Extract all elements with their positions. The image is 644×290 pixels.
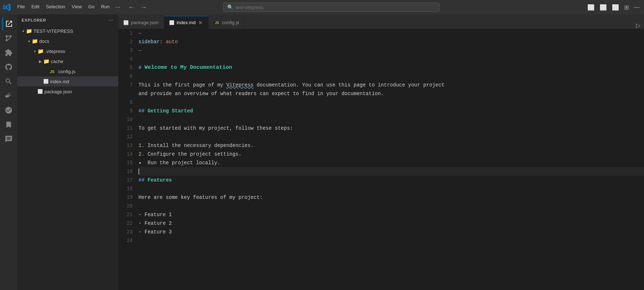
menu-selection[interactable]: Selection xyxy=(43,3,68,12)
sidebar-header: EXPLORER ··· xyxy=(17,14,118,26)
code-line-14: 2. Configure the project settings. xyxy=(138,150,644,159)
nav-forward-button[interactable]: → xyxy=(138,3,149,12)
editor-area: ⬜ package.json ⬜ index.md ✕ JS config.js… xyxy=(118,14,644,290)
vitepress-folder-icon: 📁 xyxy=(38,48,44,54)
code-line-10 xyxy=(138,115,644,124)
tab-index-label: index.md xyxy=(177,20,196,25)
activity-bar xyxy=(0,14,17,290)
activity-chat[interactable] xyxy=(2,133,15,146)
tab-config-js[interactable]: JS config.js xyxy=(209,16,244,29)
tab-package-json[interactable]: ⬜ package.json xyxy=(118,16,164,29)
vitepress-arrow-icon: ▾ xyxy=(32,48,38,54)
config-file-icon: JS xyxy=(49,68,55,74)
layout-panel-button[interactable]: ⬜ xyxy=(598,3,608,12)
activity-remote[interactable] xyxy=(2,104,15,117)
svg-point-1 xyxy=(6,39,8,41)
layout-split-button[interactable]: ⬜ xyxy=(610,3,621,12)
code-line-8 xyxy=(138,98,644,107)
activity-source-control[interactable] xyxy=(2,32,15,45)
menu-file[interactable]: File xyxy=(14,3,28,12)
code-line-7b: and provide an overview of what readers … xyxy=(138,89,644,98)
root-arrow-icon: ▾ xyxy=(20,28,26,34)
file-tree: ▾ 📁 TEST-VITEPRESS ▾ 📁 docs ▾ 📁 .vitepre… xyxy=(17,26,118,290)
code-line-4 xyxy=(138,55,644,63)
code-line-19: Here are some key features of my project… xyxy=(138,193,644,202)
code-line-11: To get started with my project, follow t… xyxy=(138,124,644,133)
tree-item-docs[interactable]: ▾ 📁 docs xyxy=(17,36,118,46)
tab-config-icon: JS xyxy=(214,20,220,25)
code-line-20 xyxy=(138,202,644,210)
docs-arrow-icon: ▾ xyxy=(26,38,32,44)
menu-bar: File Edit Selection View Go Run ··· xyxy=(14,3,122,12)
tree-item-package[interactable]: ⬜ package.json xyxy=(17,86,118,97)
code-line-23: - Feature 3 xyxy=(138,228,644,236)
tab-package-label: package.json xyxy=(131,20,159,25)
activity-search[interactable] xyxy=(2,75,15,88)
code-line-7: This is the first page of my Vitepress d… xyxy=(138,81,644,89)
cache-label: cache xyxy=(51,59,63,64)
search-bar[interactable]: 🔍 xyxy=(223,3,440,12)
search-input[interactable] xyxy=(235,5,436,10)
package-label: package.json xyxy=(44,89,72,94)
run-button[interactable]: ▷ xyxy=(632,22,644,29)
tree-item-vitepress[interactable]: ▾ 📁 .vitepress xyxy=(17,46,118,56)
code-line-1: — xyxy=(138,29,644,37)
code-line-24 xyxy=(138,236,644,245)
activity-docker[interactable] xyxy=(2,89,15,102)
code-lines[interactable]: — sidebar: auto — # Welcome to My Docume… xyxy=(137,29,644,290)
cache-arrow-icon: ▶ xyxy=(38,58,43,64)
tree-item-cache[interactable]: ▶ 📁 cache xyxy=(17,56,118,66)
menu-edit[interactable]: Edit xyxy=(28,3,42,12)
menu-view[interactable]: View xyxy=(69,3,85,12)
code-line-21: - Feature 1 xyxy=(138,210,644,219)
index-file-icon: ⬜ xyxy=(43,79,49,84)
code-line-2: sidebar: auto xyxy=(138,37,644,46)
minimize-button[interactable]: — xyxy=(632,3,641,11)
code-line-16 xyxy=(138,167,644,176)
activity-explorer[interactable] xyxy=(2,17,15,30)
menu-go[interactable]: Go xyxy=(85,3,97,12)
nav-buttons: ← → xyxy=(126,3,149,12)
sidebar-title: EXPLORER xyxy=(22,18,47,22)
code-line-18 xyxy=(138,184,644,193)
tab-index-md[interactable]: ⬜ index.md ✕ xyxy=(164,16,209,29)
svg-line-5 xyxy=(8,37,10,40)
tab-close-button[interactable]: ✕ xyxy=(198,19,203,26)
code-line-13: 1. Install the necessary dependencies. xyxy=(138,141,644,150)
titlebar: File Edit Selection View Go Run ··· ← → … xyxy=(0,0,644,14)
cache-folder-icon: 📁 xyxy=(43,58,49,64)
svg-point-2 xyxy=(10,35,12,37)
layout-sidebar-button[interactable]: ⬜ xyxy=(586,3,596,12)
code-line-3: — xyxy=(138,46,644,55)
line-numbers: 1 2 3 4 5 6 7 8 9 10 11 12 13 14 15 16 1… xyxy=(118,29,137,290)
tree-item-config[interactable]: JS config.js xyxy=(17,66,118,76)
code-editor[interactable]: 1 2 3 4 5 6 7 8 9 10 11 12 13 14 15 16 1… xyxy=(118,29,644,290)
code-line-9: ## Getting Started xyxy=(138,107,644,115)
svg-point-0 xyxy=(6,35,8,37)
menu-more[interactable]: ··· xyxy=(113,3,122,12)
activity-extensions[interactable] xyxy=(2,46,15,59)
menu-run[interactable]: Run xyxy=(98,3,113,12)
code-line-15: ✦ Run the project locally. xyxy=(138,159,644,167)
root-label: TEST-VITEPRESS xyxy=(34,28,73,34)
tab-package-icon: ⬜ xyxy=(123,20,129,25)
sidebar-header-icons: ··· xyxy=(108,17,114,23)
tree-root[interactable]: ▾ 📁 TEST-VITEPRESS xyxy=(17,26,118,36)
code-line-17: ## Features xyxy=(138,176,644,184)
nav-back-button[interactable]: ← xyxy=(126,3,137,12)
vitepress-label: .vitepress xyxy=(45,49,65,54)
code-line-5: # Welcome to My Documentation xyxy=(138,63,644,72)
code-line-12 xyxy=(138,133,644,141)
vscode-logo-icon xyxy=(3,3,11,11)
layout-grid-button[interactable]: ⊞ xyxy=(623,3,630,12)
config-label: config.js xyxy=(58,69,75,74)
package-file-icon: ⬜ xyxy=(38,89,43,94)
tabs-bar: ⬜ package.json ⬜ index.md ✕ JS config.js… xyxy=(118,14,644,29)
activity-github[interactable] xyxy=(2,61,15,73)
sidebar-more-icon[interactable]: ··· xyxy=(108,17,114,23)
tree-item-index[interactable]: ⬜ index.md xyxy=(17,76,118,86)
index-label: index.md xyxy=(50,79,69,84)
sidebar: EXPLORER ··· ▾ 📁 TEST-VITEPRESS ▾ 📁 docs xyxy=(17,14,118,290)
activity-bookmark[interactable] xyxy=(2,118,15,131)
titlebar-right-controls: ⬜ ⬜ ⬜ ⊞ — xyxy=(586,3,641,12)
